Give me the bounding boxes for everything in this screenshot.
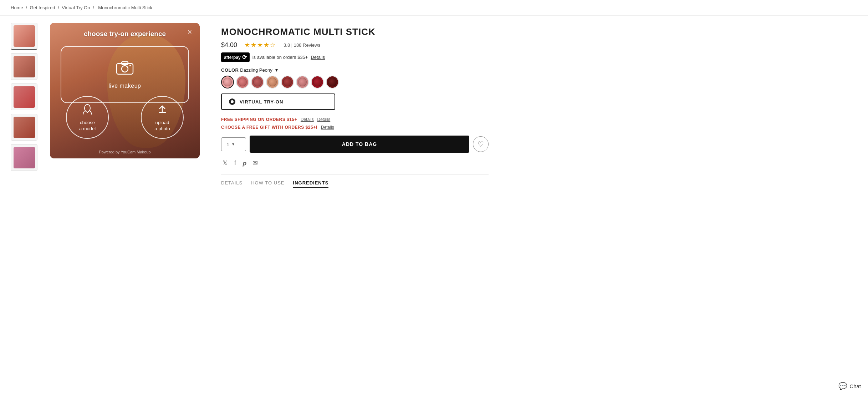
afterpay-text: is available on orders $35+ [252, 55, 308, 60]
shipping-detail-link-1[interactable]: Details [301, 117, 314, 122]
facebook-icon[interactable]: f [234, 159, 236, 167]
quantity-selector[interactable]: 1 ▾ [221, 137, 246, 151]
twitter-icon[interactable]: 𝕏 [223, 159, 228, 167]
upload-photo-label: uploada photo [154, 120, 170, 132]
swatch-2[interactable] [236, 76, 249, 88]
thumbnail-3[interactable] [11, 83, 37, 110]
vt-radio [229, 98, 235, 105]
product-title: MONOCHROMATIC MULTI STICK [221, 26, 489, 37]
vt-radio-inner [231, 100, 234, 103]
price-rating-row: $4.00 ★★★★☆ 3.8 | 188 Reviews [221, 41, 489, 49]
shipping-detail-link-2[interactable]: Details [317, 117, 331, 122]
gift-detail-link[interactable]: Details [321, 125, 334, 130]
thumbnail-img-1 [14, 25, 35, 47]
tab-ingredients[interactable]: INGREDIENTS [293, 180, 329, 188]
live-makeup-label: live makeup [109, 83, 141, 89]
thumbnail-img-2 [14, 56, 35, 77]
afterpay-link[interactable]: Details [311, 55, 325, 60]
thumbnail-img-4 [14, 117, 35, 138]
wishlist-button[interactable]: ♡ [473, 136, 489, 152]
afterpay-badge: afterpay ⟳ [221, 52, 250, 62]
tab-how-to-use[interactable]: HOW TO USE [251, 180, 284, 188]
swatch-7[interactable] [311, 76, 324, 88]
heart-icon: ♡ [478, 140, 484, 148]
rating-count: 3.8 | 188 Reviews [284, 42, 320, 48]
product-info: MONOCHROMATIC MULTI STICK $4.00 ★★★★☆ 3.… [221, 23, 489, 188]
thumbnail-list [11, 23, 39, 188]
star-rating: ★★★★☆ [244, 41, 276, 49]
breadcrumb-current: Monochromatic Multi Stick [98, 5, 152, 10]
shipping-row: FREE SHIPPING ON ORDERS $15+ Details Det… [221, 116, 489, 122]
thumbnail-img-3 [14, 86, 35, 108]
swatch-5[interactable] [281, 76, 294, 88]
swatch-6[interactable] [296, 76, 309, 88]
chevron-down-icon: ▾ [232, 142, 234, 147]
breadcrumb-home[interactable]: Home [11, 5, 23, 10]
main-layout: × choose try-on experience live makeup [0, 16, 499, 195]
svg-point-3 [129, 65, 131, 66]
choose-model-label: choosea model [79, 120, 96, 132]
camera-icon [116, 60, 134, 78]
email-icon[interactable]: ✉ [252, 159, 258, 167]
model-icon [82, 103, 93, 117]
tryon-panel: × choose try-on experience live makeup [50, 23, 200, 158]
shipping-text: FREE SHIPPING ON ORDERS $15+ [221, 117, 297, 122]
color-section: COLOR Dazzling Peony ▾ [221, 67, 489, 88]
swatch-1[interactable] [221, 76, 234, 88]
add-to-bag-row: 1 ▾ ADD TO BAG ♡ [221, 136, 489, 153]
virtual-tryon-button[interactable]: VIRTUAL TRY-ON [221, 93, 335, 110]
swatch-4[interactable] [266, 76, 279, 88]
thumbnail-5[interactable] [11, 144, 37, 171]
color-label: COLOR [221, 67, 239, 73]
virtual-tryon-label: VIRTUAL TRY-ON [240, 99, 283, 105]
upload-photo-button[interactable]: uploada photo [141, 96, 184, 139]
choose-model-button[interactable]: choosea model [66, 96, 109, 139]
circle-buttons: choosea model uploada photo [50, 96, 200, 139]
breadcrumb-inspired[interactable]: Get Inspired [30, 5, 55, 10]
tryon-title: choose try-on experience [50, 30, 200, 38]
thumbnail-1[interactable] [11, 23, 37, 50]
add-to-bag-button[interactable]: ADD TO BAG [250, 136, 469, 153]
quantity-value: 1 [226, 141, 229, 147]
powered-by-label: Powered by YouCam Makeup [50, 150, 200, 154]
gift-row: CHOOSE A FREE GIFT WITH ORDERS $25+! Det… [221, 124, 489, 130]
upload-icon [157, 103, 168, 117]
tab-details[interactable]: DETAILS [221, 180, 242, 188]
gift-text: CHOOSE A FREE GIFT WITH ORDERS $25+! [221, 125, 317, 130]
swatch-8[interactable] [326, 76, 339, 88]
thumbnail-2[interactable] [11, 53, 37, 80]
breadcrumb-virtual-tryon[interactable]: Virtual Try On [62, 5, 90, 10]
pinterest-icon[interactable]: 𝙥 [242, 159, 246, 167]
live-makeup-button[interactable]: live makeup [61, 46, 189, 103]
product-price: $4.00 [221, 41, 237, 49]
color-swatches [221, 76, 489, 88]
thumbnail-4[interactable] [11, 114, 37, 141]
afterpay-row: afterpay ⟳ is available on orders $35+ D… [221, 52, 489, 62]
share-row: 𝕏 f 𝙥 ✉ [221, 159, 489, 167]
swatch-3[interactable] [251, 76, 264, 88]
thumbnail-img-5 [14, 147, 35, 168]
svg-point-1 [122, 66, 128, 72]
product-tabs: DETAILS HOW TO USE INGREDIENTS [221, 174, 489, 188]
breadcrumb: Home / Get Inspired / Virtual Try On / M… [0, 0, 868, 16]
color-name: Dazzling Peony [240, 67, 272, 73]
chevron-down-icon: ▾ [275, 67, 278, 73]
